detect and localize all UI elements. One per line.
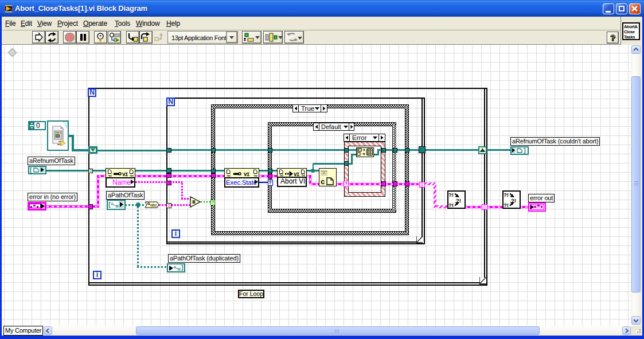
svg-text:?!: ?! (504, 192, 509, 198)
svg-text:?!: ?! (504, 202, 509, 208)
svg-text:?!: ?! (130, 174, 134, 178)
svg-text:Default: Default (321, 123, 341, 130)
svg-text:?!: ?! (227, 174, 231, 178)
svg-text:c: c (321, 178, 325, 185)
svg-text:abc: abc (151, 203, 157, 207)
svg-text:?!: ?! (448, 192, 454, 198)
svg-text:▒/▒: ▒/▒ (321, 170, 327, 176)
svg-text:?!: ?! (253, 174, 257, 178)
svg-text:Error: Error (352, 134, 367, 141)
svg-text:VI: VI (244, 172, 249, 178)
svg-text:?!: ?! (448, 202, 454, 208)
svg-text:VI: VI (122, 172, 128, 178)
svg-text:?!: ?! (108, 174, 112, 178)
svg-text:True: True (301, 105, 314, 112)
